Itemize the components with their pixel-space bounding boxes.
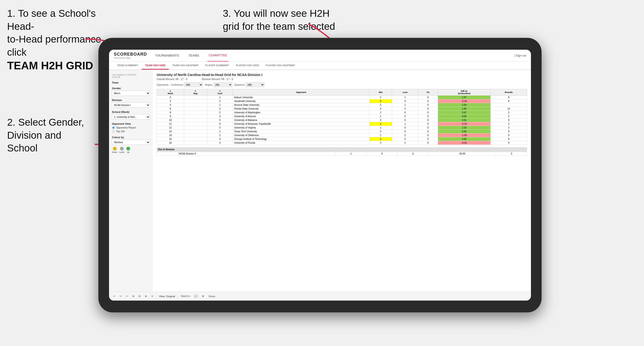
colour-by-select[interactable]: Win/loss — [112, 140, 150, 145]
ann2-text1: 2. Select Gender, — [7, 117, 84, 128]
legend-level: Level — [119, 147, 124, 153]
overall-record: Overall Record: 89 - 17 - 0 — [157, 78, 188, 80]
cell-tie: 0 — [418, 141, 438, 145]
ann1-bold: TEAM H2H GRID — [7, 59, 93, 72]
cell-diff: 1.83 — [438, 107, 490, 111]
gender-select[interactable]: Men's — [112, 91, 150, 96]
cell-loss: 0 — [392, 126, 418, 130]
cell-rounds: 3 — [490, 111, 527, 115]
table-row: 12 3 University of Virginia 1 0 0 2.33 3 — [157, 126, 527, 130]
cell-conf: 1 — [207, 130, 233, 134]
conference-select[interactable]: (All) — [184, 82, 203, 87]
h2h-table: #Rank #Reg #Conf Opponent Win Loss Tie D… — [157, 89, 527, 145]
share-btn[interactable]: Share — [207, 294, 216, 298]
subnav-team-h2h-heatmap[interactable]: TEAM H2H HEATMAP — [169, 61, 202, 70]
watch-btn[interactable]: Watch ▾ — [180, 294, 191, 298]
ann1-text2: to-Head performance click — [7, 34, 101, 58]
cell-diff: -1.00 — [438, 134, 490, 137]
grid-area: University of North Carolina Head-to-Hea… — [153, 70, 531, 292]
records-row: Overall Record: 89 - 17 - 0 Division Rec… — [157, 78, 527, 80]
school-select[interactable]: 1. University of Nort... — [112, 114, 150, 120]
cell-conf: 3 — [207, 115, 233, 118]
out-division-name — [157, 152, 178, 156]
out-of-division-row: NCAA Division II 1 0 0 26.00 3 — [157, 152, 527, 156]
grid-btn[interactable]: ⊞ — [201, 294, 205, 298]
table-row: 16 3 University of Florida 3 1 0 -6.42 9 — [157, 141, 527, 145]
cell-rounds: 9 — [490, 141, 527, 145]
col-win: Win — [369, 89, 392, 96]
nav-tournaments[interactable]: TOURNAMENTS — [154, 50, 180, 61]
ann2-text2: Division and — [7, 130, 62, 141]
cell-rounds: 2 — [490, 115, 527, 118]
col-rounds: Rounds — [490, 89, 527, 96]
cell-tie: 0 — [418, 107, 438, 111]
cell-diff: 3.67 — [438, 111, 490, 115]
bottom-toolbar: ↩ ↪ ↩ ⊕ ⧉ ⊕ ⊙ | View: Original | Watch ▾… — [109, 292, 531, 301]
cell-reg — [184, 107, 207, 111]
back-btn[interactable]: ↩ — [125, 294, 129, 298]
cell-rank: 11 — [157, 122, 184, 126]
table-row: 15 4 Georgia Institute of Technology 0 5… — [157, 137, 527, 141]
legend-up-icon — [126, 147, 130, 151]
division-select[interactable]: NCAA Division I — [112, 102, 150, 108]
dot-btn[interactable]: ⊕ — [144, 294, 148, 298]
cell-rounds: 9 — [490, 134, 527, 137]
nav-teams[interactable]: TEAMS — [187, 50, 200, 61]
undo-btn[interactable]: ↩ — [112, 294, 116, 298]
table-row: 6 2 Florida State University 4 2 0 1.83 … — [157, 107, 527, 111]
opponent-select[interactable]: (All) — [246, 82, 264, 87]
cell-rank: 6 — [157, 107, 184, 111]
cell-rank: 12 — [157, 126, 184, 130]
cell-opponent: University of Arizona — [233, 115, 369, 118]
divider1: | — [156, 295, 157, 298]
col-rank: #Rank — [157, 89, 184, 96]
cell-reg — [184, 111, 207, 115]
region-filter: Region (All) — [205, 82, 232, 87]
colour-by: Colour by Win/loss — [112, 136, 150, 145]
comment-btn[interactable]: 💬 — [193, 294, 199, 298]
redo-btn[interactable]: ↪ — [118, 294, 123, 298]
cell-conf: 3 — [207, 141, 233, 145]
radio-opponents-played[interactable]: Opponents Played — [112, 126, 150, 129]
cell-loss: 1 — [392, 103, 418, 107]
last-updated: Last Updated: 27/03/2024 16:55:38 — [112, 74, 150, 78]
legend-up: Up — [126, 147, 130, 153]
cell-opponent: University of Alabama — [233, 118, 369, 122]
cell-loss: 0 — [392, 111, 418, 115]
cell-rounds: 8 — [490, 118, 527, 122]
copy-btn[interactable]: ⧉ — [138, 294, 142, 298]
cell-tie: 0 — [418, 96, 438, 99]
legend-down-icon — [113, 147, 116, 151]
sidebar: Last Updated: 27/03/2024 16:55:38 Team G… — [109, 70, 153, 292]
col-reg: #Reg — [184, 89, 207, 96]
cell-rounds: 9 — [490, 130, 527, 134]
cell-conf: 1 — [207, 103, 233, 107]
radio-top100[interactable]: Top 100 — [112, 130, 150, 133]
cell-diff: 9.00 — [438, 115, 490, 118]
subnav-player-h2h-grid[interactable]: PLAYER H2H GRID — [232, 61, 262, 70]
cell-conf: 6 — [207, 122, 233, 126]
table-row: 4 1 Arizona State University 5 1 0 2.29 — [157, 103, 527, 107]
tablet-frame: SCOREBOARD Powered by clippi TOURNAMENTS… — [98, 38, 542, 312]
subnav-player-summary[interactable]: PLAYER SUMMARY — [202, 61, 232, 70]
cell-opponent: University of Washington — [233, 111, 369, 115]
subnav-team-summary[interactable]: TEAM SUMMARY — [114, 61, 142, 70]
cell-reg — [184, 99, 207, 103]
cell-rounds: 3 — [490, 122, 527, 126]
cell-conf: 2 — [207, 99, 233, 103]
cell-opponent: Auburn University — [233, 96, 369, 99]
subnav-team-h2h-grid[interactable]: TEAM H2H GRID — [142, 61, 169, 70]
division-record: Division Record: 88 - 17 - 0 — [202, 78, 233, 80]
table-row: 11 6 University of Arkansas, Fayettevill… — [157, 122, 527, 126]
cell-loss: 1 — [392, 122, 418, 126]
forward-btn[interactable]: ⊕ — [131, 294, 136, 298]
team-label: Team — [112, 81, 150, 84]
clock-btn[interactable]: ⊙ — [150, 294, 154, 298]
subnav-player-h2h-heatmap[interactable]: PLAYER H2H HEATMAP — [262, 61, 298, 70]
nav-committee[interactable]: COMMITTEE — [208, 50, 228, 61]
cell-win: 2 — [369, 96, 392, 99]
cell-rounds: 3 — [490, 126, 527, 130]
ann3-text2: grid for the team selected — [223, 21, 335, 32]
region-select[interactable]: (All) — [213, 82, 232, 87]
sign-out[interactable]: | Sign out — [514, 54, 526, 57]
